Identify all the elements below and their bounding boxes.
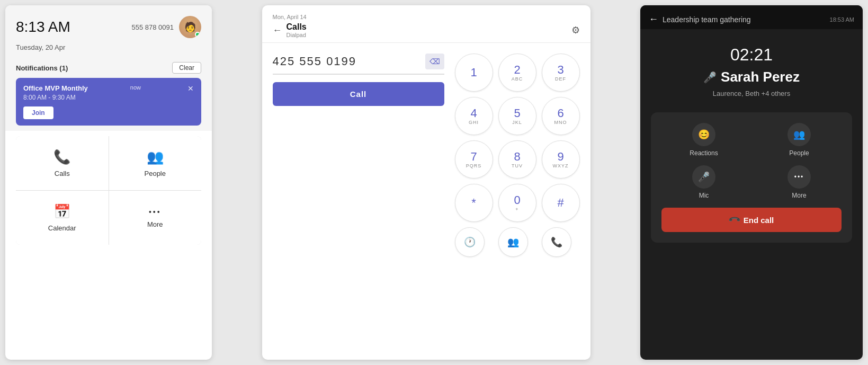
home-time-date: 8:13 AM bbox=[16, 19, 70, 35]
settings-icon[interactable]: ⚙ bbox=[571, 24, 580, 36]
end-call-icon: 📞 bbox=[727, 213, 741, 227]
calls-icon: 📞 bbox=[53, 149, 70, 165]
dial-key-3[interactable]: 3 DEF bbox=[542, 54, 580, 92]
delete-icon: ⌫ bbox=[429, 57, 440, 66]
controls-grid: 😊 Reactions 👥 People 🎤 Mic ••• More bbox=[661, 123, 842, 199]
contacts-button[interactable]: 👥 bbox=[498, 227, 528, 257]
more-control[interactable]: ••• More bbox=[757, 165, 842, 199]
notification-time-range: 8:00 AM - 9:30 AM bbox=[23, 94, 194, 101]
people-control-icon: 👥 bbox=[788, 123, 811, 146]
active-call-panel: ← Leadership team gathering 18:53 AM 02:… bbox=[640, 5, 863, 360]
dial-key-7[interactable]: 7 PQRS bbox=[455, 140, 493, 179]
transfer-button[interactable]: 📞 bbox=[542, 227, 571, 257]
home-header-right: 555 878 0091 🧑 bbox=[131, 16, 201, 38]
grid-item-calls[interactable]: 📞 Calls bbox=[16, 136, 109, 190]
clear-button[interactable]: Clear bbox=[172, 62, 201, 74]
grid-item-calendar[interactable]: 📅 Calendar bbox=[16, 191, 109, 245]
dialpad-date: Mon, April 14 bbox=[273, 14, 580, 20]
calendar-label: Calendar bbox=[48, 224, 76, 232]
history-button[interactable]: 🕐 bbox=[455, 227, 485, 257]
notifications-section: Notifications (1) Clear Office MVP Month… bbox=[5, 57, 212, 131]
transfer-icon: 📞 bbox=[551, 236, 562, 248]
number-input-wrap: ⌫ bbox=[273, 54, 444, 75]
dialpad-left: ⌫ Call bbox=[273, 54, 444, 106]
home-grid: 📞 Calls 👥 People 📅 Calendar ••• More bbox=[16, 136, 201, 245]
mic-control[interactable]: 🎤 Mic bbox=[661, 165, 746, 199]
home-date: Tuesday, 20 Apr bbox=[5, 43, 212, 57]
join-button[interactable]: Join bbox=[23, 106, 53, 119]
end-call-label: End call bbox=[744, 216, 774, 225]
mic-active-icon: 🎤 bbox=[703, 71, 717, 84]
history-icon: 🕐 bbox=[464, 236, 476, 248]
notification-card: Office MVP Monthly now ✕ 8:00 AM - 9:30 … bbox=[16, 78, 201, 126]
call-controls: 😊 Reactions 👥 People 🎤 Mic ••• More 📞 bbox=[651, 112, 852, 243]
dial-key-0[interactable]: 0 + bbox=[498, 184, 536, 222]
more-control-icon: ••• bbox=[788, 165, 811, 189]
notifications-title: Notifications (1) bbox=[16, 64, 68, 72]
reactions-control[interactable]: 😊 Reactions bbox=[661, 123, 746, 157]
call-timer: 02:21 bbox=[730, 45, 773, 65]
dialpad-keypad: 1 2 ABC 3 DEF 4 GHI 5 JKL 6 MNO bbox=[455, 54, 580, 292]
dialpad-subtitle: Dialpad bbox=[287, 32, 307, 38]
call-header: ← Leadership team gathering 18:53 AM bbox=[640, 5, 863, 29]
mic-control-label: Mic bbox=[699, 192, 709, 199]
reactions-label: Reactions bbox=[690, 149, 718, 157]
phone-number: 555 878 0091 bbox=[131, 23, 174, 31]
people-icon: 👥 bbox=[147, 149, 164, 165]
dialpad-title-group: Calls Dialpad bbox=[287, 22, 307, 38]
delete-button[interactable]: ⌫ bbox=[425, 54, 444, 69]
notifications-header: Notifications (1) Clear bbox=[16, 62, 201, 74]
home-panel: 8:13 AM 555 878 0091 🧑 Tuesday, 20 Apr N… bbox=[5, 5, 212, 360]
caller-name: Sarah Perez bbox=[721, 69, 800, 85]
notification-close-icon[interactable]: ✕ bbox=[187, 84, 194, 93]
dial-key-4[interactable]: 4 GHI bbox=[455, 97, 493, 135]
people-label: People bbox=[145, 170, 166, 177]
call-header-title: Leadership team gathering bbox=[663, 15, 751, 24]
call-participants: Laurence, Beth +4 others bbox=[713, 90, 790, 97]
dialpad-back-button[interactable]: ← bbox=[273, 25, 282, 36]
home-time: 8:13 AM bbox=[16, 19, 70, 35]
dial-key-star[interactable]: * bbox=[455, 184, 493, 222]
dial-key-9[interactable]: 9 WXYZ bbox=[542, 140, 580, 179]
notification-card-header: Office MVP Monthly now ✕ bbox=[23, 84, 194, 93]
people-control-label: People bbox=[789, 149, 809, 157]
mic-control-icon: 🎤 bbox=[692, 165, 715, 189]
calls-label: Calls bbox=[55, 170, 70, 177]
call-timestamp: 18:53 AM bbox=[830, 16, 854, 23]
number-input[interactable] bbox=[273, 55, 421, 68]
end-call-button[interactable]: 📞 End call bbox=[661, 208, 842, 232]
notification-title: Office MVP Monthly bbox=[23, 84, 88, 92]
home-header: 8:13 AM 555 878 0091 🧑 bbox=[5, 5, 212, 43]
more-icon: ••• bbox=[149, 208, 162, 216]
people-control[interactable]: 👥 People bbox=[757, 123, 842, 157]
dial-key-6[interactable]: 6 MNO bbox=[542, 97, 580, 135]
dial-key-hash[interactable]: # bbox=[542, 184, 580, 222]
call-button[interactable]: Call bbox=[273, 82, 444, 106]
dial-key-2[interactable]: 2 ABC bbox=[498, 54, 536, 92]
notification-time: now bbox=[130, 84, 141, 91]
dialpad-panel: Mon, April 14 ← Calls Dialpad ⚙ ⌫ Call 1 bbox=[262, 5, 590, 360]
call-main: 02:21 🎤 Sarah Perez Laurence, Beth +4 ot… bbox=[640, 29, 863, 253]
avatar: 🧑 bbox=[179, 16, 201, 38]
reactions-icon: 😊 bbox=[692, 123, 715, 146]
more-control-label: More bbox=[792, 192, 806, 199]
contacts-icon: 👥 bbox=[507, 236, 519, 248]
call-name-row: 🎤 Sarah Perez bbox=[703, 69, 800, 85]
calendar-icon: 📅 bbox=[53, 203, 70, 220]
dialpad-body: ⌫ Call 1 2 ABC 3 DEF 4 GHI bbox=[262, 43, 590, 360]
grid-item-more[interactable]: ••• More bbox=[109, 191, 202, 245]
grid-item-people[interactable]: 👥 People bbox=[109, 136, 202, 190]
dialpad-title: Calls bbox=[287, 22, 307, 32]
dial-key-8[interactable]: 8 TUV bbox=[498, 140, 536, 179]
dialpad-nav: ← Calls Dialpad ⚙ bbox=[273, 22, 580, 38]
call-back-button[interactable]: ← bbox=[649, 14, 658, 25]
dialpad-header: Mon, April 14 ← Calls Dialpad ⚙ bbox=[262, 5, 590, 43]
online-indicator bbox=[195, 32, 200, 37]
more-label: More bbox=[147, 220, 163, 228]
dial-key-5[interactable]: 5 JKL bbox=[498, 97, 536, 135]
dial-key-1[interactable]: 1 bbox=[455, 54, 493, 92]
